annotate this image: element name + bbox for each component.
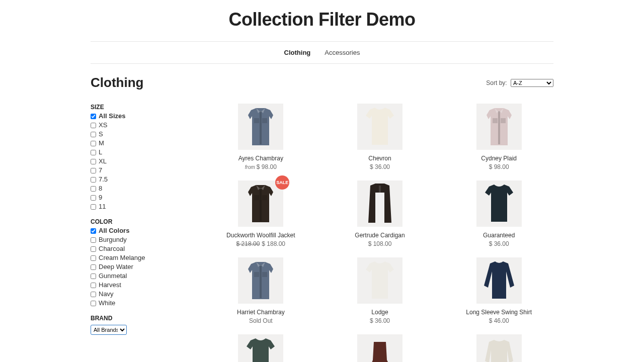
- checkbox[interactable]: [91, 283, 96, 288]
- filter-option-size-2[interactable]: S: [91, 130, 181, 139]
- filter-option-label: 7: [99, 166, 102, 175]
- filter-option-color-4[interactable]: Deep Water: [91, 262, 181, 272]
- filter-option-size-6[interactable]: 7: [91, 166, 181, 175]
- collection-title: Clothing: [91, 75, 143, 90]
- product-image[interactable]: [476, 334, 522, 362]
- svg-rect-12: [262, 272, 267, 277]
- svg-rect-11: [254, 272, 259, 277]
- product-image[interactable]: [238, 104, 283, 150]
- checkbox[interactable]: [91, 246, 96, 252]
- product-price: $ 108.00: [326, 240, 435, 247]
- filter-option-color-8[interactable]: White: [91, 299, 181, 308]
- product-image[interactable]: SALE: [238, 180, 283, 227]
- product-card[interactable]: Lodge$ 36.00: [326, 257, 435, 324]
- nav-tab-accessories[interactable]: Accessories: [325, 49, 360, 56]
- checkbox[interactable]: [91, 292, 96, 297]
- filter-option-size-4[interactable]: L: [91, 148, 181, 157]
- product-image[interactable]: [357, 257, 403, 304]
- product-name: Duckworth Woolfill Jacket: [206, 232, 315, 239]
- product-card[interactable]: Harriet ChambraySold Out: [206, 257, 315, 324]
- product-card[interactable]: Gertrude Cardigan$ 108.00: [326, 180, 435, 247]
- filter-size: SIZE All SizesXSSMLXL77.58911: [91, 104, 181, 211]
- checkbox[interactable]: [91, 159, 96, 164]
- product-grid: Ayres Chambrayfrom$ 98.00 Chevron$ 36.00…: [191, 104, 553, 362]
- filter-option-label: XS: [99, 121, 107, 130]
- checkbox[interactable]: [91, 123, 96, 128]
- product-name: Long Sleeve Swing Shirt: [444, 309, 553, 316]
- checkbox[interactable]: [91, 168, 96, 173]
- filter-option-label: Deep Water: [99, 262, 133, 272]
- filter-option-color-5[interactable]: Gunmetal: [91, 272, 181, 281]
- product-name: Ayres Chambray: [206, 155, 315, 162]
- filter-option-color-2[interactable]: Charcoal: [91, 244, 181, 253]
- checkbox[interactable]: [91, 114, 96, 119]
- checkbox[interactable]: [91, 204, 96, 210]
- product-card[interactable]: [444, 334, 553, 362]
- product-card[interactable]: Chevron$ 36.00: [326, 104, 435, 170]
- product-image[interactable]: [238, 334, 283, 362]
- filter-option-label: Charcoal: [99, 244, 125, 253]
- filter-sidebar: SIZE All SizesXSSMLXL77.58911 COLOR All …: [91, 104, 191, 342]
- product-image[interactable]: [357, 180, 403, 227]
- product-image[interactable]: [476, 257, 522, 304]
- checkbox[interactable]: [91, 150, 96, 155]
- product-card[interactable]: [206, 334, 315, 362]
- checkbox[interactable]: [91, 177, 96, 183]
- filter-option-label: Navy: [99, 290, 114, 299]
- svg-rect-5: [501, 118, 506, 123]
- filter-option-color-3[interactable]: Cream Melange: [91, 253, 181, 262]
- svg-rect-4: [493, 118, 498, 123]
- filter-option-size-0[interactable]: All Sizes: [91, 112, 181, 121]
- filter-option-label: 11: [99, 202, 106, 211]
- product-price: $ 36.00: [326, 163, 435, 170]
- sort-select[interactable]: A-Z: [511, 79, 553, 87]
- product-image[interactable]: [476, 180, 522, 227]
- filter-option-color-6[interactable]: Harvest: [91, 281, 181, 290]
- filter-heading-color: COLOR: [91, 218, 181, 225]
- filter-option-size-9[interactable]: 9: [91, 193, 181, 202]
- product-image[interactable]: [357, 104, 403, 150]
- product-card[interactable]: SALEDuckworth Woolfill Jacket$ 218.00$ 1…: [206, 180, 315, 247]
- filter-heading-brand: BRAND: [91, 315, 181, 322]
- product-image[interactable]: [238, 257, 283, 304]
- checkbox[interactable]: [91, 237, 96, 243]
- product-name: Gertrude Cardigan: [326, 232, 435, 239]
- svg-rect-2: [262, 118, 267, 123]
- brand-select[interactable]: All Brands: [91, 325, 127, 335]
- filter-option-size-5[interactable]: XL: [91, 157, 181, 166]
- checkbox[interactable]: [91, 141, 96, 146]
- filter-option-label: Gunmetal: [99, 272, 127, 281]
- product-price: from$ 98.00: [206, 163, 315, 170]
- filter-option-color-0[interactable]: All Colors: [91, 226, 181, 235]
- product-image[interactable]: [357, 334, 403, 362]
- product-image[interactable]: [476, 104, 522, 150]
- filter-option-label: 8: [99, 184, 102, 193]
- svg-rect-10: [260, 265, 262, 298]
- checkbox[interactable]: [91, 132, 96, 137]
- checkbox[interactable]: [91, 274, 96, 279]
- product-card[interactable]: Long Sleeve Swing Shirt$ 46.00: [444, 257, 553, 324]
- checkbox[interactable]: [91, 255, 96, 261]
- svg-rect-8: [262, 195, 267, 200]
- filter-option-size-8[interactable]: 8: [91, 184, 181, 193]
- checkbox[interactable]: [91, 195, 96, 201]
- product-card[interactable]: Guaranteed$ 36.00: [444, 180, 553, 247]
- filter-option-size-10[interactable]: 11: [91, 202, 181, 211]
- sort-label: Sort by:: [486, 79, 507, 86]
- filter-option-size-1[interactable]: XS: [91, 121, 181, 130]
- filter-option-color-1[interactable]: Burgundy: [91, 235, 181, 244]
- filter-option-label: L: [99, 148, 102, 157]
- filter-option-color-7[interactable]: Navy: [91, 290, 181, 299]
- checkbox[interactable]: [91, 228, 96, 234]
- checkbox[interactable]: [91, 186, 96, 192]
- product-name: Cydney Plaid: [444, 155, 553, 162]
- checkbox[interactable]: [91, 264, 96, 270]
- checkbox[interactable]: [91, 301, 96, 306]
- product-card[interactable]: Cydney Plaid$ 98.00: [444, 104, 553, 170]
- nav-tab-clothing[interactable]: Clothing: [284, 49, 311, 56]
- filter-option-size-7[interactable]: 7.5: [91, 175, 181, 184]
- product-name: Harriet Chambray: [206, 309, 315, 316]
- product-card[interactable]: Ayres Chambrayfrom$ 98.00: [206, 104, 315, 170]
- product-card[interactable]: [326, 334, 435, 362]
- filter-option-size-3[interactable]: M: [91, 139, 181, 148]
